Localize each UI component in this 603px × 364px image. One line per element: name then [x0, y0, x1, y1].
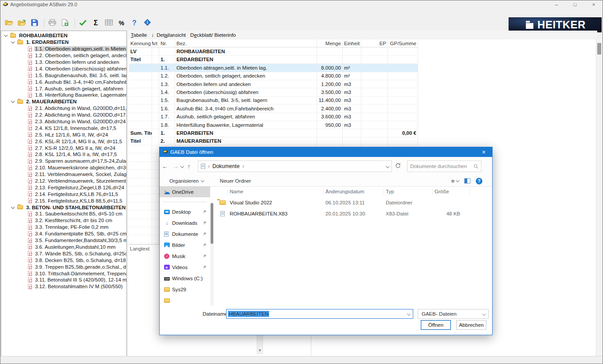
- file-row[interactable]: ROHBAUARBEITEN.X83 20.01.2025 10:30 X83-…: [217, 208, 490, 219]
- breadcrumb-segment[interactable]: Dokumente: [212, 163, 239, 169]
- close-button[interactable]: ×: [590, 2, 597, 7]
- tree-item[interactable]: 3.10. Trittschall-Dämmelement, Treppenau…: [1, 270, 126, 277]
- minimize-button[interactable]: –: [553, 2, 560, 7]
- col-ep[interactable]: EP: [361, 39, 388, 47]
- save-button[interactable]: [29, 18, 40, 28]
- tree-item[interactable]: 3.8. Decken B25, Stb, o.Schalung, d=18 c…: [1, 257, 126, 263]
- percent-button[interactable]: %: [116, 18, 127, 28]
- dialog-nav-item[interactable]: Windows (C:): [160, 273, 210, 284]
- tree-item[interactable]: 3.7. Wände B25, Stb, o.Schalung, d=25cm: [1, 250, 126, 257]
- col-type[interactable]: Typ: [384, 188, 433, 195]
- tree-item[interactable]: ROHBAUARBEITEN: [1, 32, 126, 39]
- table-row[interactable]: Sum. Titel 1. ERDARBEITEN 0,00 €: [129, 129, 418, 137]
- tree-item[interactable]: 2.8. KSL 12/1,4, MG II a, IW, d=17,5: [1, 151, 126, 158]
- tree-item[interactable]: 1.6. Aushub Bkl. 3-4, t=40 cm,Fahrbahnbe…: [1, 78, 126, 85]
- tree-item[interactable]: 3.4. Fundamentplatte B25, Stb, d=25 cm: [1, 231, 126, 237]
- sum-button[interactable]: Σ: [90, 18, 102, 28]
- table-row[interactable]: 1.1. Oberboden abtragen,seitl. in Mieten…: [129, 64, 418, 72]
- dialog-nav-item[interactable]: Musik: [160, 250, 210, 262]
- tree-item[interactable]: 3.3. Trennlage, PE-Folie 0,2 mm: [1, 224, 126, 231]
- dialog-nav-item[interactable]: [160, 295, 210, 306]
- col-bez[interactable]: Bez.: [175, 39, 317, 47]
- tree-item[interactable]: 2.2. Abdichtung in Wand, G200DD,d=17,5: [1, 112, 126, 118]
- tree-item[interactable]: 2.7. KS-R 12/2,0, MG II a, IW, d=24: [1, 145, 126, 151]
- tree-item[interactable]: 2. MAUERARBEITEN: [1, 98, 126, 105]
- back-button[interactable]: ←: [160, 163, 170, 170]
- info-button[interactable]: [141, 18, 153, 28]
- scrollbar-thumb[interactable]: [597, 43, 601, 55]
- tab-deckblatt-bieterinfo[interactable]: Deckblatt/ Bieterinfo: [190, 32, 236, 38]
- tree-item[interactable]: 3.2. Kiesfilterschicht, d= bis 20 cm: [1, 217, 126, 224]
- table-row[interactable]: 1.2. Oberboden, seitlich gelagert, andec…: [129, 72, 418, 80]
- tree-item[interactable]: 3.5. Fundamenterder,Bandstahl,30/3,5 mm: [1, 237, 126, 244]
- table-row[interactable]: 1.4. Oberboden (überschüssig) abfahren 3…: [129, 88, 418, 96]
- tree-item[interactable]: 2.4. KS 12/1,8, Innenschale, d=17,5: [1, 125, 126, 131]
- refresh-button[interactable]: [392, 163, 403, 170]
- check-button[interactable]: [77, 18, 89, 28]
- col-gp-summe[interactable]: GP/Summe: [388, 39, 418, 47]
- tree-item[interactable]: 2.9. Sparren ausmauern,d=17,5-24,Zulage: [1, 158, 126, 164]
- search-input[interactable]: Dokumente durchsuchen: [407, 160, 482, 172]
- open-button[interactable]: Öffnen: [421, 320, 451, 330]
- import-gaeb-button[interactable]: [16, 18, 27, 28]
- tree-item[interactable]: 3.11. Betonstahl III S (420/500), 12-14 …: [1, 277, 126, 283]
- tree-item[interactable]: 3. BETON- UND STAHLBETONARBEITEN: [1, 204, 126, 211]
- col-size[interactable]: Größe: [433, 188, 470, 195]
- preview-pane-icon[interactable]: [464, 178, 470, 184]
- export-excel-button[interactable]: [59, 18, 71, 28]
- tree-item[interactable]: 1.1. Oberboden abtragen,seitl. in Mieten…: [1, 46, 126, 52]
- expand-chevron-icon[interactable]: [11, 99, 15, 103]
- forward-button[interactable]: →: [170, 163, 181, 170]
- tree-item[interactable]: 2.10. Mauerwerkskrone abgleichen, d=36,5: [1, 164, 126, 171]
- tab-tabelle[interactable]: Tabelle: [131, 32, 147, 38]
- main-vertical-scrollbar[interactable]: [596, 39, 602, 357]
- col-kennung[interactable]: Kennung: [129, 39, 152, 47]
- organize-button[interactable]: Organisieren: [169, 178, 204, 184]
- dialog-help-icon[interactable]: ?: [476, 178, 482, 184]
- scroll-down-arrow-icon[interactable]: ▼: [257, 348, 262, 352]
- tree-item[interactable]: 1.7. Aushub, seitlich gelagert, abfahren: [1, 85, 126, 92]
- table-row[interactable]: LV ROHBAUARBEITEN: [129, 47, 418, 55]
- col-nr[interactable]: Nr.: [159, 39, 175, 47]
- open-file-button[interactable]: [3, 18, 15, 28]
- tree-item[interactable]: 3.6. Ausleitungen,Rundstahl,10 mm: [1, 244, 126, 250]
- tree-item[interactable]: 1.3. Oberboden liefern und andecken: [1, 59, 126, 66]
- nav-pane-scrollbar[interactable]: [210, 202, 214, 306]
- expand-chevron-icon[interactable]: [4, 33, 8, 37]
- table-row[interactable]: Titel 1. ERDARBEITEN: [129, 56, 418, 64]
- expand-chevron-icon[interactable]: [11, 205, 15, 208]
- scrollbar-thumb[interactable]: [211, 203, 213, 244]
- expand-chevron-icon[interactable]: [11, 40, 15, 43]
- table-row[interactable]: 1.7. Aushub, seitlich gelagert, abfahren…: [129, 113, 418, 121]
- table-view-button[interactable]: [103, 18, 114, 28]
- tree-item[interactable]: 2.6. KSL-R 12/1,4, MG II a, IW, d=11,5: [1, 138, 126, 145]
- tree-item[interactable]: 1.4. Oberboden (überschüssig) abfahren: [1, 65, 126, 72]
- col-menge[interactable]: Menge: [317, 39, 343, 47]
- chevron-down-icon[interactable]: [407, 312, 411, 316]
- tree-item[interactable]: 2.1. Abdichtung in Wand, G200DD,d=11,5: [1, 105, 126, 112]
- tree-item[interactable]: 2.3. Abdichtung in Wand, G200DD,d=24: [1, 118, 126, 125]
- tree-item[interactable]: 2.14. Fertigteilsturz,KS,LB 76,d=11,5: [1, 191, 126, 197]
- dialog-nav-item[interactable]: Desktop: [160, 206, 210, 217]
- tree-item[interactable]: 1. ERDARBEITEN: [1, 39, 126, 46]
- maximize-button[interactable]: □: [572, 2, 579, 7]
- tree-item[interactable]: 1.8. Hinterfüllung Bauwerke, Lagermateri…: [1, 92, 126, 98]
- dialog-nav-item[interactable]: OneDrive: [160, 186, 210, 197]
- dialog-nav-item[interactable]: Bilder: [160, 239, 210, 250]
- tree-item[interactable]: 3.1. Sauberkeitsschicht B5, d=5-10 cm: [1, 211, 126, 217]
- tree-item[interactable]: 1.5. Baugrubenaushub, Bkl. 3-5, seitl. l…: [1, 72, 126, 78]
- table-row[interactable]: Titel 2. MAUERARBEITEN: [129, 137, 418, 145]
- tree-item[interactable]: 3.12. Betonstahlmatten IV M (500/550): [1, 283, 126, 290]
- table-row[interactable]: 1.6. Aushub Bkl. 3-4, t=40 cm,Fahrbahnbe…: [129, 105, 418, 113]
- help-button[interactable]: ?: [129, 18, 140, 28]
- breadcrumb[interactable]: › Dokumente ›: [198, 160, 392, 172]
- filetype-select[interactable]: GAEB- Dateien: [418, 309, 489, 319]
- tree-item[interactable]: 2.15. Fertigteilsturz,KS,LB 88,5,d=11,5: [1, 197, 126, 204]
- dialog-nav-item[interactable]: Sys29: [160, 284, 210, 295]
- dialog-nav-item[interactable]: Videos: [160, 262, 210, 273]
- tree-item[interactable]: 3.9. Treppen B25,Stb,gerade,o.Schal., d=…: [1, 263, 126, 270]
- file-row[interactable]: Visual Studio 2022 06.10.2025 13:11 Date…: [217, 197, 490, 208]
- tree-item[interactable]: 2.12. Verblendmauerwerk, Sturzelement,bi…: [1, 178, 126, 184]
- dialog-nav-item[interactable]: Downloads: [160, 217, 210, 228]
- col-name[interactable]: Name: [228, 188, 324, 195]
